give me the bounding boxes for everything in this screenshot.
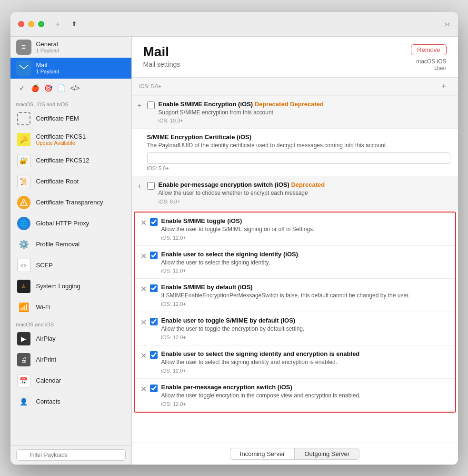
close-icon-1[interactable]: ✕ [140,218,150,227]
contacts-text: Contacts [36,398,60,405]
smime-cert-desc: The PayloadUUID of the identity certific… [147,142,450,150]
sidebar-item-cert-root[interactable]: 📜 Certificate Root [10,171,131,192]
cert-pem-text: Certificate PEM [36,115,79,122]
signing-identity-checkbox[interactable] [150,252,158,259]
close-icon-2[interactable]: ✕ [140,252,150,261]
smime-toggle-checkbox[interactable] [150,218,158,226]
per-message-enc-desc: Allow the user to choose whether to encr… [159,189,450,197]
sidebar-item-contacts[interactable]: 👤 Contacts [10,391,131,412]
general-sub: 1 Payload [36,48,60,53]
scroll-area[interactable]: iOS: 5.0+ + + Enable S/MIME Encryption (… [132,78,458,443]
filter-wrapper: 🔍 [16,449,126,461]
sidebar-item-cert-pem[interactable]: Certificate PEM [10,108,131,129]
scep-icon: <> [16,258,31,273]
bottom-tabs: Incoming Server Outgoing Server [132,443,458,465]
outgoing-server-tab[interactable]: Outgoing Server [294,448,359,460]
smime-default-checkbox[interactable] [150,284,158,292]
expand-icon[interactable]: + [138,101,147,109]
highlighted-item-per-message-switch: ✕ Enable per-message encryption switch (… [135,379,455,412]
sidebar-filter: 🔍 [10,445,131,465]
nav-chevron: ›‹ [445,19,450,29]
global-http-text: Global HTTP Proxy [36,220,90,227]
signing-enc-checkbox[interactable] [150,351,158,359]
close-icon-5[interactable]: ✕ [140,351,150,360]
highlighted-item-signing-identity: ✕ Enable user to select the signing iden… [135,246,455,279]
per-message-switch-desc: Allow the user toggle encrytion in the c… [161,392,448,400]
toggle-smime-default-desc: Allow the user to toggle the encryption … [161,325,448,333]
close-icon-6[interactable]: ✕ [140,385,150,394]
cert-pkcs1-sub: Update Available [36,140,86,146]
add-top-button[interactable]: + [438,80,450,93]
per-message-enc-checkbox[interactable] [147,182,155,190]
smime-cert-input[interactable] [147,152,450,164]
close-button[interactable] [18,21,24,27]
at-icon: 🎯 [43,82,54,94]
sidebar-item-scep[interactable]: <> SCEP [10,255,131,276]
signing-identity-title: Enable user to select the signing identi… [161,251,448,258]
sidebar-item-cert-pkcs1[interactable]: 🔑 Certificate PKCS1 Update Available [10,129,131,150]
wifi-text: Wi-Fi [36,304,50,311]
sidebar-item-global-http[interactable]: 🌐 Global HTTP Proxy [10,213,131,234]
smime-enc-ios: iOS: 10.3+ [159,118,450,123]
setting-item-per-message-enc: + Enable per-message encryption switch (… [132,176,458,210]
signing-enc-ios: iOS: 12.0+ [161,368,448,374]
sidebar-item-mail[interactable]: Mail 1 Payload [10,58,131,79]
smime-enc-checkbox[interactable] [147,101,155,109]
signing-enc-title: Enable user to select the signing identi… [161,350,448,357]
sidebar-item-airprint[interactable]: 🖨 AirPrint [10,349,131,370]
per-message-enc-text: Enable per-message encryption switch (iO… [159,181,450,204]
sidebar-item-wifi[interactable]: 📶 Wi-Fi [10,297,131,318]
content-panel: Mail Mail settings Remove macOS iOS User… [132,37,458,465]
sidebar-item-calendar[interactable]: 📅 Calendar [10,370,131,391]
close-icon-3[interactable]: ✕ [140,284,150,294]
checkmark-icon: ✓ [16,82,28,94]
sidebar-item-general[interactable]: ≡ General 1 Payload [10,37,131,58]
airplay-title: AirPlay [36,335,56,342]
smime-enc-desc: Support S/MIME encryption from this acco… [159,109,450,117]
smime-cert-input-wrapper [147,152,450,164]
toggle-smime-default-checkbox[interactable] [150,318,158,325]
signing-enc-text: Enable user to select the signing identi… [161,350,448,374]
remove-button[interactable]: Remove [411,44,446,55]
airplay-text: AirPlay [36,335,56,342]
sidebar-item-cert-transparency[interactable]: Certificate Transparency [10,192,131,213]
general-item-text: General 1 Payload [36,41,60,53]
per-message-enc-ios: iOS: 8.0+ [159,199,450,204]
scep-title: SCEP [36,262,53,269]
wifi-title: Wi-Fi [36,304,50,311]
search-input[interactable] [16,449,126,461]
sidebar-item-system-logging[interactable]: ⚠ System Logging [10,276,131,297]
cert-root-text: Certificate Root [36,178,79,185]
sidebar-item-airplay[interactable]: ▶ AirPlay [10,328,131,349]
section-label-macos-ios-tvos: macOS, iOS and tvOS [10,98,131,108]
smime-toggle-desc: Allow the user to toggle S/MIME signing … [161,225,448,233]
cert-pkcs1-icon: 🔑 [16,132,31,147]
expand-icon-3[interactable]: + [138,182,147,190]
calendar-title: Calendar [36,377,61,384]
sidebar-item-cert-pkcs12[interactable]: 🔐 Certificate PKCS12 [10,150,131,171]
cert-pem-icon [16,111,31,126]
ios-version-bar: iOS: 5.0+ + [132,78,458,96]
doc-icon: 📄 [56,82,68,94]
cert-transparency-text: Certificate Transparency [36,199,103,206]
smime-default-title: Enable S/MIME by default (iOS) [161,284,448,291]
cert-pkcs12-title: Certificate PKCS12 [36,157,90,164]
incoming-server-tab[interactable]: Incoming Server [230,448,295,460]
apple-icon: 🍎 [30,82,41,94]
add-tab-button[interactable]: + [52,18,64,30]
gear-icon: ⚙️ [16,237,31,252]
smime-default-desc: If SMIMEEnableEncryptionPerMessageSwitch… [161,292,448,300]
cert-transparency-icon [16,195,31,210]
print-icon: 🖨 [16,352,31,367]
titlebar: + ⬆ ›‹ [10,12,458,37]
signing-enc-desc: Allow the user to select the signing ide… [161,358,448,366]
fullscreen-button[interactable] [38,21,44,27]
share-button[interactable]: ⬆ [68,18,80,30]
per-message-switch-checkbox[interactable] [150,385,158,392]
globe-icon: 🌐 [16,216,31,231]
close-icon-4[interactable]: ✕ [140,318,150,327]
highlighted-item-signing-enc: ✕ Enable user to select the signing iden… [135,345,455,379]
sidebar-item-profile-removal[interactable]: ⚙️ Profile Removal [10,234,131,255]
sidebar: ≡ General 1 Payload [10,37,132,465]
minimize-button[interactable] [28,21,34,27]
